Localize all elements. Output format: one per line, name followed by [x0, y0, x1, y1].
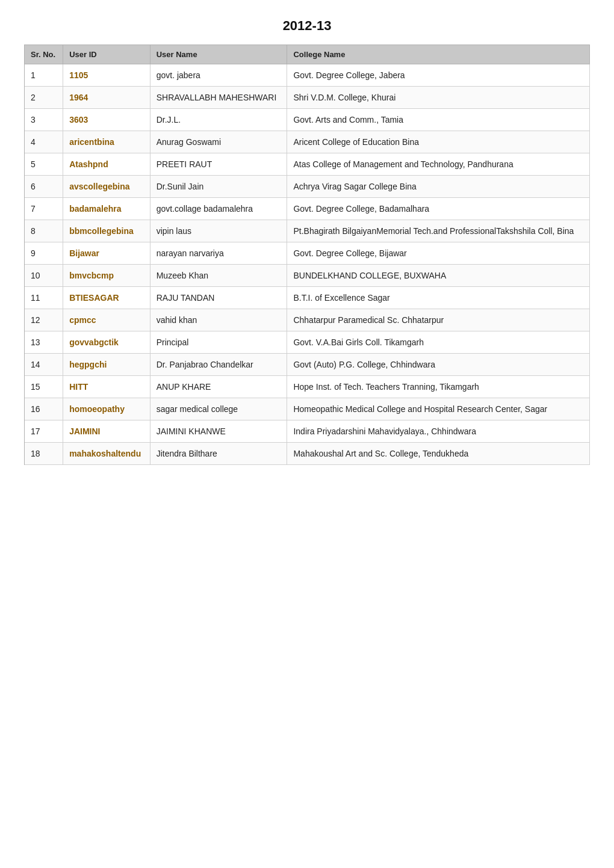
- cell-user-id: BTIESAGAR: [63, 287, 150, 309]
- cell-college-name: Atas College of Management and Technolog…: [287, 153, 590, 176]
- cell-sr-no: 4: [25, 131, 63, 153]
- cell-user-id: aricentbina: [63, 131, 150, 153]
- cell-user-id: homoeopathy: [63, 398, 150, 420]
- cell-user-name: Dr. Panjabrao Chandelkar: [150, 354, 287, 376]
- header-user-name: User Name: [150, 45, 287, 64]
- table-row: 17JAIMINIJAIMINI KHANWEIndira Priyadarsh…: [25, 420, 590, 443]
- cell-user-id: mahakoshaltendu: [63, 443, 150, 465]
- table-row: 8bbmcollegebinavipin lausPt.Bhagirath Bi…: [25, 220, 590, 242]
- cell-sr-no: 6: [25, 176, 63, 198]
- cell-user-id: badamalehra: [63, 198, 150, 220]
- table-row: 21964SHRAVALLABH MAHESHWARIShri V.D.M. C…: [25, 87, 590, 109]
- cell-college-name: Govt. Degree College, Badamalhara: [287, 198, 590, 220]
- data-table: Sr. No. User ID User Name College Name 1…: [24, 45, 590, 465]
- cell-college-name: BUNDELKHAND COLLEGE, BUXWAHA: [287, 265, 590, 287]
- cell-user-name: sagar medical college: [150, 398, 287, 420]
- cell-sr-no: 3: [25, 109, 63, 131]
- cell-user-name: ANUP KHARE: [150, 376, 287, 398]
- cell-sr-no: 15: [25, 376, 63, 398]
- cell-sr-no: 12: [25, 309, 63, 331]
- cell-user-id: JAIMINI: [63, 420, 150, 443]
- cell-college-name: Homeopathic Medical College and Hospital…: [287, 398, 590, 420]
- cell-sr-no: 13: [25, 331, 63, 354]
- cell-college-name: Aricent College of Education Bina: [287, 131, 590, 153]
- table-row: 10bmvcbcmpMuzeeb KhanBUNDELKHAND COLLEGE…: [25, 265, 590, 287]
- cell-sr-no: 10: [25, 265, 63, 287]
- table-row: 13govvabgctikPrincipalGovt. V.A.Bai Girl…: [25, 331, 590, 354]
- table-row: 7badamalehragovt.collage badamalehraGovt…: [25, 198, 590, 220]
- cell-user-id: hegpgchi: [63, 354, 150, 376]
- table-header-row: Sr. No. User ID User Name College Name: [25, 45, 590, 64]
- cell-user-name: Jitendra Bilthare: [150, 443, 287, 465]
- cell-user-id: bbmcollegebina: [63, 220, 150, 242]
- cell-user-id: avscollegebina: [63, 176, 150, 198]
- table-row: 16homoeopathysagar medical collegeHomeop…: [25, 398, 590, 420]
- table-row: 6avscollegebinaDr.Sunil JainAchrya Virag…: [25, 176, 590, 198]
- cell-user-name: narayan narvariya: [150, 242, 287, 265]
- cell-user-id: cpmcc: [63, 309, 150, 331]
- cell-user-name: vahid khan: [150, 309, 287, 331]
- cell-college-name: Hope Inst. of Tech. Teachers Tranning, T…: [287, 376, 590, 398]
- cell-sr-no: 16: [25, 398, 63, 420]
- cell-college-name: Mahakoushal Art and Sc. College, Tendukh…: [287, 443, 590, 465]
- cell-user-name: Dr.J.L.: [150, 109, 287, 131]
- cell-sr-no: 1: [25, 64, 63, 87]
- cell-user-name: Anurag Goswami: [150, 131, 287, 153]
- cell-college-name: Chhatarpur Paramedical Sc. Chhatarpur: [287, 309, 590, 331]
- header-college-name: College Name: [287, 45, 590, 64]
- table-row: 11105govt. jaberaGovt. Degree College, J…: [25, 64, 590, 87]
- cell-user-id: govvabgctik: [63, 331, 150, 354]
- cell-sr-no: 2: [25, 87, 63, 109]
- table-row: 5AtashpndPREETI RAUTAtas College of Mana…: [25, 153, 590, 176]
- cell-user-id: 3603: [63, 109, 150, 131]
- cell-user-name: govt.collage badamalehra: [150, 198, 287, 220]
- cell-college-name: B.T.I. of Excellence Sagar: [287, 287, 590, 309]
- cell-sr-no: 18: [25, 443, 63, 465]
- cell-user-id: 1105: [63, 64, 150, 87]
- cell-sr-no: 8: [25, 220, 63, 242]
- cell-college-name: Govt (Auto) P.G. College, Chhindwara: [287, 354, 590, 376]
- cell-college-name: Achrya Virag Sagar College Bina: [287, 176, 590, 198]
- cell-college-name: Govt. Arts and Comm., Tamia: [287, 109, 590, 131]
- cell-user-name: vipin laus: [150, 220, 287, 242]
- cell-college-name: Indira Priyadarshini Mahavidyalaya., Chh…: [287, 420, 590, 443]
- cell-user-id: HITT: [63, 376, 150, 398]
- cell-college-name: Govt. V.A.Bai Girls Coll. Tikamgarh: [287, 331, 590, 354]
- cell-college-name: Govt. Degree College, Bijawar: [287, 242, 590, 265]
- table-row: 9Bijawarnarayan narvariyaGovt. Degree Co…: [25, 242, 590, 265]
- cell-sr-no: 7: [25, 198, 63, 220]
- table-row: 18mahakoshaltenduJitendra BilthareMahako…: [25, 443, 590, 465]
- table-row: 4aricentbinaAnurag GoswamiAricent Colleg…: [25, 131, 590, 153]
- header-sr-no: Sr. No.: [25, 45, 63, 64]
- cell-sr-no: 9: [25, 242, 63, 265]
- cell-user-name: Muzeeb Khan: [150, 265, 287, 287]
- cell-college-name: Pt.Bhagirath BilgaiyanMemorial Tech.and …: [287, 220, 590, 242]
- cell-sr-no: 17: [25, 420, 63, 443]
- page-title: 2012-13: [24, 18, 590, 34]
- cell-user-name: RAJU TANDAN: [150, 287, 287, 309]
- table-row: 14hegpgchiDr. Panjabrao ChandelkarGovt (…: [25, 354, 590, 376]
- cell-user-name: govt. jabera: [150, 64, 287, 87]
- cell-user-name: Dr.Sunil Jain: [150, 176, 287, 198]
- table-row: 11BTIESAGARRAJU TANDANB.T.I. of Excellen…: [25, 287, 590, 309]
- cell-sr-no: 14: [25, 354, 63, 376]
- cell-sr-no: 11: [25, 287, 63, 309]
- cell-sr-no: 5: [25, 153, 63, 176]
- cell-college-name: Govt. Degree College, Jabera: [287, 64, 590, 87]
- cell-user-id: Atashpnd: [63, 153, 150, 176]
- table-row: 15HITTANUP KHAREHope Inst. of Tech. Teac…: [25, 376, 590, 398]
- cell-user-name: SHRAVALLABH MAHESHWARI: [150, 87, 287, 109]
- cell-college-name: Shri V.D.M. College, Khurai: [287, 87, 590, 109]
- cell-user-name: JAIMINI KHANWE: [150, 420, 287, 443]
- table-row: 33603Dr.J.L.Govt. Arts and Comm., Tamia: [25, 109, 590, 131]
- cell-user-id: 1964: [63, 87, 150, 109]
- header-user-id: User ID: [63, 45, 150, 64]
- cell-user-id: Bijawar: [63, 242, 150, 265]
- cell-user-name: Principal: [150, 331, 287, 354]
- cell-user-id: bmvcbcmp: [63, 265, 150, 287]
- table-row: 12cpmccvahid khanChhatarpur Paramedical …: [25, 309, 590, 331]
- cell-user-name: PREETI RAUT: [150, 153, 287, 176]
